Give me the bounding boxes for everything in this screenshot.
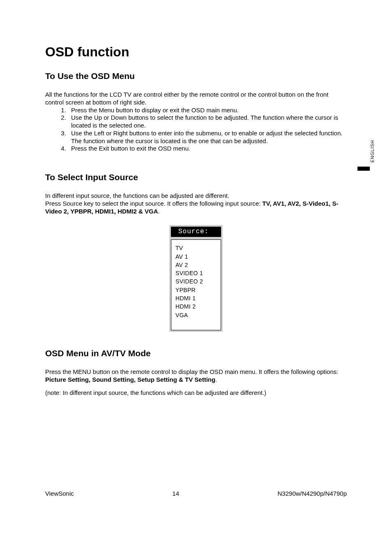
footer-brand: ViewSonic xyxy=(45,490,74,497)
language-tab-marker xyxy=(357,167,370,171)
section-select-input: To Select Input Source In different inpu… xyxy=(45,172,347,332)
language-tab: ENGLISH xyxy=(370,140,375,162)
list-item: HDMI 2 xyxy=(175,302,221,311)
list-item: Use the Left or Right buttons to enter i… xyxy=(68,130,347,145)
list-item: AV 2 xyxy=(175,261,221,269)
list-item: Use the Up or Down buttons to select the… xyxy=(68,114,347,130)
list-item: Press the Menu button to display or exit… xyxy=(68,107,347,114)
avtv-note: (note: In different input source, the fu… xyxy=(45,389,347,397)
heading-use-osd-menu: To Use the OSD Menu xyxy=(45,71,347,81)
section-use-osd-menu: To Use the OSD Menu All the functions fo… xyxy=(45,71,347,153)
list-item: HDMI 1 xyxy=(175,294,221,302)
text: . xyxy=(158,208,160,215)
section-avtv-mode: OSD Menu in AV/TV Mode Press the MENU bu… xyxy=(45,348,347,397)
list-item: AV 1 xyxy=(175,253,221,261)
list-item: TV xyxy=(175,244,221,252)
heading-select-input: To Select Input Source xyxy=(45,172,347,182)
select-input-p1: In different input source, the functions… xyxy=(45,192,347,200)
text: Press the MENU button on the remote cont… xyxy=(45,368,338,375)
select-input-p2: Press Source key to select the input sou… xyxy=(45,200,347,216)
footer-model: N3290w/N4290p/N4790p xyxy=(278,490,347,497)
bold-text: Picture Setting, Sound Setting, Setup Se… xyxy=(45,376,215,383)
footer-page-number: 14 xyxy=(172,490,179,497)
list-item: SVIDEO 1 xyxy=(175,269,221,277)
use-osd-intro: All the functions for the LCD TV are con… xyxy=(45,91,347,107)
avtv-p1: Press the MENU button on the remote cont… xyxy=(45,368,347,384)
text: Press Source key to select the input sou… xyxy=(45,200,262,207)
source-menu-list: TV AV 1 AV 2 SVIDEO 1 SVIDEO 2 YPBPR HDM… xyxy=(171,239,221,330)
use-osd-steps: Press the Menu button to display or exit… xyxy=(45,107,347,153)
text: . xyxy=(215,376,217,383)
list-item: SVIDEO 2 xyxy=(175,277,221,285)
list-item: VGA xyxy=(175,311,221,319)
page-footer: ViewSonic 14 N3290w/N4290p/N4790p xyxy=(45,490,347,497)
source-menu-header: Source: xyxy=(171,227,221,237)
source-menu-box: Source: TV AV 1 AV 2 SVIDEO 1 SVIDEO 2 Y… xyxy=(169,225,223,332)
page-title: OSD function xyxy=(45,44,347,60)
heading-avtv-mode: OSD Menu in AV/TV Mode xyxy=(45,348,347,358)
list-item: YPBPR xyxy=(175,286,221,294)
list-item: Press the Exit button to exit the OSD me… xyxy=(68,145,347,153)
